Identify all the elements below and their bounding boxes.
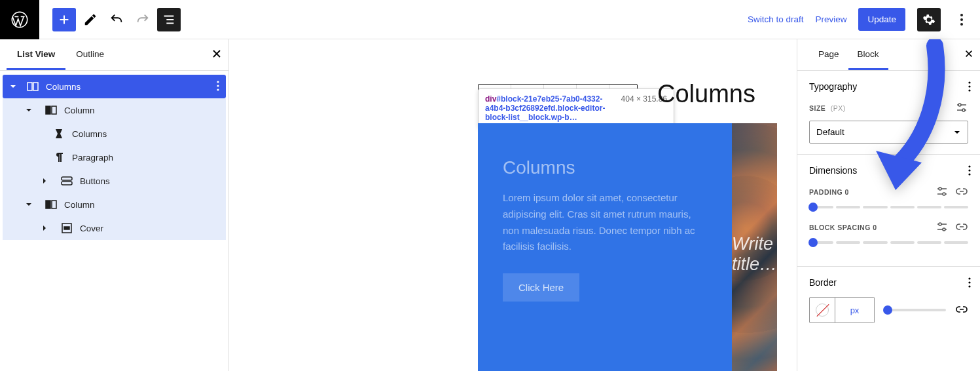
tree-item-column[interactable]: Column [3, 98, 226, 122]
select-value: Default [816, 127, 844, 137]
tab-block[interactable]: Block [848, 39, 888, 70]
columns-block-icon [26, 80, 39, 93]
border-width-slider[interactable] [884, 309, 946, 311]
paragraph-block-icon [52, 151, 65, 164]
svg-rect-14 [52, 201, 56, 208]
size-label: Size (PX) [809, 101, 968, 115]
border-color-picker[interactable] [809, 297, 835, 323]
svg-point-26 [943, 193, 945, 195]
tree-item-options-button[interactable] [217, 81, 219, 93]
svg-rect-11 [62, 177, 72, 180]
buttons-block-icon [60, 174, 73, 187]
svg-point-28 [943, 228, 945, 231]
svg-point-23 [968, 169, 970, 171]
padding-slider[interactable] [809, 206, 968, 208]
block-spacing-slider[interactable] [809, 241, 968, 244]
tree-item-label: Column [64, 200, 95, 210]
tooltip-selector: #block-21e7eb25-7ab0-4332-a4b4-b3cf26892… [485, 94, 605, 122]
svg-point-30 [968, 281, 970, 283]
tree-item-label: Cover [80, 224, 103, 233]
svg-rect-12 [62, 182, 72, 185]
link-sides-icon[interactable] [955, 220, 968, 235]
settings-toggle-button[interactable] [917, 8, 941, 31]
panel-options-button[interactable] [968, 277, 971, 290]
columns-block[interactable]: Columns Lorem ipsum dolor sit amet, cons… [478, 123, 777, 371]
tree-item-column[interactable]: Column [3, 193, 226, 216]
svg-point-27 [939, 223, 941, 225]
block-spacing-label: Block Spacing 0 [809, 220, 968, 235]
edit-tool-button[interactable] [79, 8, 102, 31]
settings-sliders-icon[interactable] [955, 101, 968, 115]
block-settings-sidebar: Page Block Typography Size (PX) Default … [797, 39, 980, 371]
tab-outline[interactable]: Outline [65, 39, 115, 70]
svg-point-29 [968, 277, 970, 279]
close-sidebar-button[interactable] [964, 49, 973, 60]
switch-to-draft-button[interactable]: Switch to draft [748, 14, 804, 24]
svg-rect-13 [46, 201, 50, 208]
content-paragraph[interactable]: Lorem ipsum dolor sit amet, consectetur … [503, 190, 707, 255]
link-sides-icon[interactable] [955, 303, 968, 318]
svg-point-2 [960, 18, 963, 21]
content-heading[interactable]: Columns [503, 157, 707, 178]
close-icon [211, 49, 222, 59]
padding-label: Padding 0 [809, 185, 968, 199]
no-color-icon [816, 303, 829, 317]
chevron-down-icon [953, 128, 961, 136]
wordpress-logo[interactable] [0, 0, 39, 39]
cover-title-placeholder[interactable]: Write title… [732, 234, 777, 275]
redo-button[interactable] [131, 8, 154, 31]
close-icon [964, 49, 973, 58]
list-view-icon [162, 12, 176, 27]
main-area: List View Outline Columns Column Column [0, 39, 980, 371]
editor-top-toolbar: Switch to draft Preview Update [0, 0, 980, 39]
border-panel: Border px [797, 267, 980, 334]
plus-icon [57, 12, 71, 27]
chevron-down-icon[interactable] [7, 83, 20, 90]
panel-options-button[interactable] [968, 165, 971, 178]
column-right-cover[interactable]: Write title… [732, 123, 777, 371]
settings-sliders-icon[interactable] [935, 220, 949, 235]
svg-rect-5 [33, 83, 38, 90]
editor-canvas[interactable]: div#block-21e7eb25-7ab0-4332-a4b4-b3cf26… [229, 39, 797, 371]
update-button[interactable]: Update [858, 8, 905, 31]
content-button[interactable]: Click Here [503, 273, 579, 302]
border-unit-select[interactable]: px [835, 297, 875, 323]
tree-item-paragraph[interactable]: Paragraph [3, 146, 226, 169]
tab-list-view[interactable]: List View [7, 39, 65, 70]
tree-item-label: Columns [46, 82, 81, 92]
settings-sliders-icon[interactable] [935, 185, 949, 199]
slider-thumb[interactable] [808, 238, 818, 247]
tree-item-cover[interactable]: Cover [3, 216, 226, 240]
add-block-button[interactable] [52, 8, 76, 31]
tree-item-buttons[interactable]: Buttons [3, 169, 226, 193]
panel-options-button[interactable] [968, 81, 971, 94]
chevron-down-icon[interactable] [22, 106, 35, 114]
chevron-down-icon[interactable] [22, 201, 35, 208]
link-sides-icon[interactable] [955, 185, 968, 199]
list-view-toggle-button[interactable] [157, 8, 181, 31]
gear-icon [922, 13, 935, 26]
column-block-icon [45, 104, 58, 117]
close-left-panel-button[interactable] [211, 49, 222, 62]
undo-button[interactable] [105, 8, 128, 31]
page-title[interactable]: Columns [657, 80, 755, 108]
chevron-right-icon[interactable] [38, 177, 51, 185]
devtools-element-tooltip: div#block-21e7eb25-7ab0-4332-a4b4-b3cf26… [478, 88, 674, 128]
svg-point-8 [217, 88, 219, 90]
slider-thumb[interactable] [808, 203, 818, 212]
svg-point-25 [939, 187, 941, 190]
columns-block-icon [52, 127, 65, 140]
column-block-icon [45, 198, 58, 211]
tree-item-columns-inner[interactable]: Columns [3, 122, 226, 146]
options-menu-button[interactable] [953, 8, 971, 31]
tab-page[interactable]: Page [809, 39, 848, 70]
pencil-icon [83, 12, 98, 27]
font-size-select[interactable]: Default [809, 121, 968, 144]
chevron-right-icon[interactable] [38, 224, 51, 232]
column-left[interactable]: Columns Lorem ipsum dolor sit amet, cons… [478, 123, 732, 371]
svg-point-6 [217, 81, 219, 83]
kebab-icon [960, 14, 963, 26]
tree-item-columns[interactable]: Columns [3, 75, 226, 98]
preview-button[interactable]: Preview [815, 14, 846, 24]
svg-point-22 [968, 165, 970, 167]
